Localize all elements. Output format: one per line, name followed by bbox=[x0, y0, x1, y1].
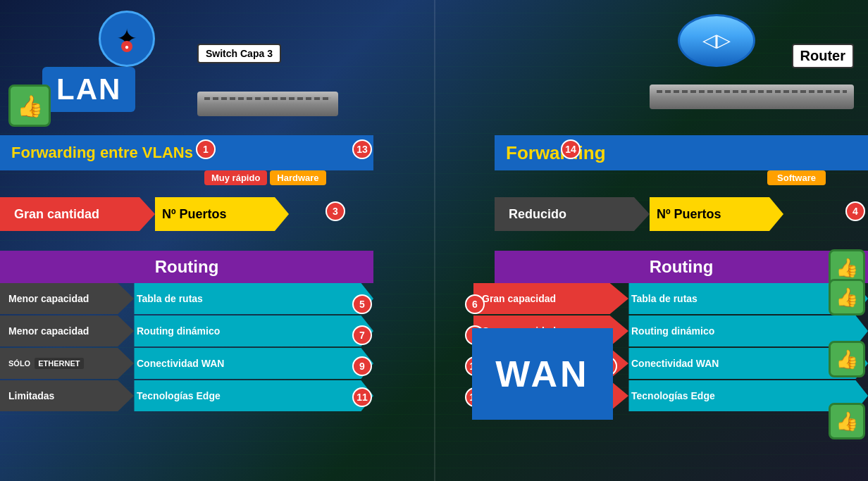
ports-row-left: Gran cantidad Nº Puertos bbox=[0, 197, 373, 231]
table-row: Menor capacidad Tabla de rutas bbox=[0, 283, 373, 314]
table-row: Menor capacidad Routing dinámico bbox=[0, 316, 373, 346]
row-label: Gran capacidad bbox=[473, 283, 628, 314]
tag-bar-left: Muy rápido Hardware bbox=[204, 170, 326, 185]
table-left: Menor capacidad Tabla de rutas Menor cap… bbox=[0, 283, 373, 413]
badge-6: 6 bbox=[465, 294, 485, 314]
thumbs-right-bottom-3: 👍 bbox=[829, 403, 865, 439]
table-row: SÓLO ETHERNET Conectividad WAN bbox=[0, 348, 373, 379]
row-value: Routing dinámico bbox=[127, 316, 373, 346]
table-row: Gran capacidad Tabla de rutas bbox=[473, 283, 868, 314]
row-value: Tabla de rutas bbox=[127, 283, 373, 314]
row-label: Menor capacidad bbox=[0, 283, 134, 314]
center-divider bbox=[434, 0, 435, 481]
tag-hardware: Hardware bbox=[270, 170, 326, 185]
badge-5: 5 bbox=[352, 294, 372, 314]
forwarding-right-text: Forwarding bbox=[495, 142, 606, 164]
switch-icon: ✦ ● bbox=[99, 11, 155, 67]
gran-cantidad-label: Gran cantidad bbox=[0, 197, 155, 231]
routing-left-bar: Routing bbox=[0, 251, 373, 283]
wan-text: WAN bbox=[495, 353, 589, 395]
router-label: Router bbox=[792, 44, 854, 68]
ports-row-right: Reducido Nº Puertos bbox=[495, 197, 868, 231]
num-puertos-right: Nº Puertos bbox=[643, 197, 783, 231]
forwarding-vlans-text: Forwarding entre VLANs bbox=[0, 144, 193, 162]
row-label: Menor capacidad bbox=[0, 316, 134, 346]
switch-device-left bbox=[197, 92, 338, 116]
lan-badge: LAN bbox=[42, 67, 135, 112]
routing-right-text: Routing bbox=[650, 257, 714, 277]
thumbs-right-bottom-2: 👍 bbox=[829, 341, 865, 377]
badge-9: 9 bbox=[352, 356, 372, 376]
table-row: Limitadas Tecnologías Edge bbox=[0, 380, 373, 411]
reducido-label: Reducido bbox=[495, 197, 650, 231]
router-device-right bbox=[650, 85, 854, 109]
num-puertos-left: Nº Puertos bbox=[148, 197, 289, 231]
badge-3: 3 bbox=[326, 201, 345, 221]
main-container: ✦ ● Switch Capa 3 LAN 👍 1 Forwarding ent… bbox=[0, 0, 868, 481]
tag-muy-rapido: Muy rápido bbox=[204, 170, 267, 185]
routing-left-text: Routing bbox=[155, 257, 219, 277]
routing-right-bar: Routing bbox=[495, 251, 868, 283]
wan-overlay: WAN bbox=[472, 328, 613, 420]
badge-11: 11 bbox=[352, 387, 372, 407]
switch-capa3-label: Switch Capa 3 bbox=[197, 44, 281, 63]
tag-software: Software bbox=[767, 170, 826, 185]
row-value: Tecnologías Edge bbox=[127, 380, 373, 411]
badge-7: 7 bbox=[352, 325, 372, 345]
badge-13: 13 bbox=[352, 139, 372, 159]
router-disk-icon: ◁▷ bbox=[678, 14, 755, 67]
forwarding-right-bar: Forwarding bbox=[495, 135, 868, 170]
badge-4: 4 bbox=[845, 201, 865, 221]
thumbs-left-icon: 👍 bbox=[8, 85, 51, 127]
thumbs-right-bottom-1: 👍 bbox=[829, 279, 865, 316]
row-value: Conectividad WAN bbox=[127, 348, 373, 379]
forwarding-vlans-bar: Forwarding entre VLANs bbox=[0, 135, 373, 170]
row-label: SÓLO ETHERNET bbox=[0, 348, 134, 379]
badge-1: 1 bbox=[196, 139, 216, 159]
row-label: Limitadas bbox=[0, 380, 134, 411]
badge-14: 14 bbox=[561, 139, 581, 159]
